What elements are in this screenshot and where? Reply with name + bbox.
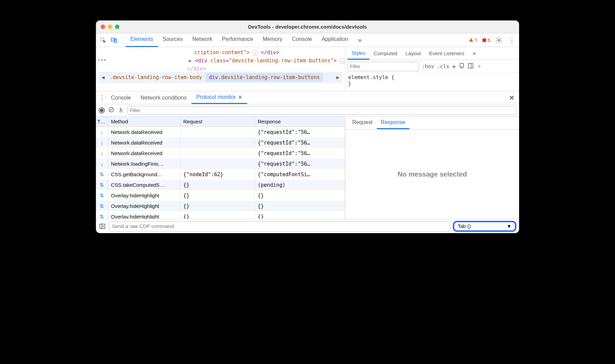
svg-line-9 (110, 108, 113, 111)
separator (122, 36, 122, 44)
cell-request (181, 162, 255, 166)
table-row[interactable]: ↓Network.loadingFinis…{"requestId":"56… (96, 158, 345, 169)
cell-request: {} (181, 180, 255, 190)
tab-elements[interactable]: Elements (126, 33, 158, 47)
settings-icon[interactable] (495, 36, 503, 45)
panel-toggle-icon[interactable] (99, 223, 106, 230)
clear-icon[interactable] (108, 107, 114, 114)
drawer-tab-protocol-monitor[interactable]: Protocol monitor ✕ (191, 92, 247, 104)
table-row[interactable]: ⇅Overlay.hideHighlight{}{} (96, 201, 345, 211)
styles-tabs-more-icon[interactable]: » (469, 47, 480, 60)
table-row[interactable]: ↓Network.dataReceived{"requestId":"56… (96, 148, 345, 158)
cls-toggle[interactable]: .cls (437, 63, 449, 70)
collapse-icon[interactable]: ⋯ (253, 50, 258, 56)
cell-response: {} (255, 201, 345, 211)
new-style-rule-icon[interactable]: + (452, 62, 456, 71)
direction-icon: ↓ (96, 148, 108, 158)
close-window-button[interactable] (101, 25, 105, 29)
hov-toggle[interactable]: :hov (422, 63, 434, 70)
tab-memory[interactable]: Memory (258, 33, 287, 47)
pm-split: T… Method Request Response ↓Network.data… (96, 117, 519, 219)
target-selector[interactable]: Tab () ▼ (453, 221, 516, 232)
save-icon[interactable] (118, 107, 124, 114)
cell-response: {"requestId":"56… (255, 127, 345, 137)
inspect-element-icon[interactable] (99, 36, 108, 45)
errors-badge[interactable]: 6 (482, 37, 490, 43)
breadcrumb-left-icon[interactable]: ◀ (100, 74, 106, 80)
table-row[interactable]: ⇅CSS.getBackground…{"nodeId":62}{"comput… (96, 169, 345, 180)
styles-tab-event-listeners[interactable]: Event Listeners (425, 48, 468, 59)
drawer-tab-network-conditions[interactable]: Network conditions (136, 92, 191, 103)
device-toolbar-icon[interactable] (110, 36, 118, 45)
cell-method: CSS.takeComputedS… (108, 180, 181, 190)
drawer-tab-console[interactable]: Console (106, 92, 136, 103)
cell-response: {} (255, 191, 345, 201)
cell-method: Network.dataReceived (108, 127, 181, 137)
table-row[interactable]: ⇅CSS.takeComputedS…{}(pending) (96, 180, 345, 190)
table-row[interactable]: ⇅Overlay.hideHighlight{}{} (96, 211, 345, 219)
svg-rect-5 (460, 63, 464, 67)
pm-table[interactable]: T… Method Request Response ↓Network.data… (96, 117, 345, 219)
drawer-kebab-icon[interactable]: ⋮ (98, 94, 106, 102)
styles-filter-input[interactable] (347, 62, 419, 71)
breadcrumb-right-icon[interactable]: ▶ (335, 74, 341, 80)
expand-triangle-icon[interactable]: ▶ (189, 58, 192, 64)
cdp-command-input[interactable] (109, 221, 450, 231)
cell-method: Overlay.hideHighlight (108, 201, 181, 211)
pm-command-bar: Tab () ▼ (96, 219, 519, 233)
minimize-window-button[interactable] (108, 25, 112, 29)
table-row[interactable]: ↓Network.dataReceived{"requestId":"56… (96, 127, 345, 137)
pm-filter-input[interactable] (127, 106, 516, 115)
flexbox-editor-icon[interactable] (459, 63, 465, 70)
breadcrumb-item-selected[interactable]: div.devsite-landing-row-item-buttons (205, 73, 323, 82)
styles-panel: Styles Computed Layout Event Listeners »… (345, 47, 519, 91)
cell-request: {} (181, 212, 255, 219)
svg-rect-6 (469, 63, 473, 68)
col-method[interactable]: Method (108, 117, 181, 126)
elements-panel[interactable]: ••• cription-content"> ⋯ </div> ▶ <div c… (96, 47, 345, 91)
tab-console[interactable]: Console (287, 33, 317, 47)
tab-sources[interactable]: Sources (158, 33, 188, 47)
styles-tab-layout[interactable]: Layout (401, 48, 425, 59)
window-title: DevTools - developer.chrome.com/docs/dev… (101, 24, 514, 30)
collapse-icon[interactable]: ⋯ (340, 59, 345, 64)
col-response[interactable]: Response (255, 117, 345, 126)
computed-sidebar-icon[interactable] (468, 63, 474, 70)
titlebar: DevTools - developer.chrome.com/docs/dev… (96, 20, 519, 33)
main-tabs: Elements Sources Network Performance Mem… (126, 33, 367, 47)
kebab-menu-icon[interactable]: ⋮ (507, 36, 516, 45)
tabs-more-icon[interactable]: » (353, 33, 366, 47)
main-toolbar: Elements Sources Network Performance Mem… (96, 33, 519, 47)
pm-detail-tab-request[interactable]: Request (348, 117, 377, 129)
direction-icon: ↓ (96, 127, 108, 137)
cell-response: {"computedFontSi… (255, 169, 345, 180)
col-request[interactable]: Request (181, 117, 255, 126)
styles-tab-computed[interactable]: Computed (370, 48, 401, 59)
errors-count: 6 (488, 37, 490, 43)
table-row[interactable]: ↓Network.dataReceived{"requestId":"56… (96, 137, 345, 148)
tab-performance[interactable]: Performance (217, 33, 258, 47)
breadcrumb-item[interactable]: .devsite-landing-row-item-body (106, 73, 205, 82)
direction-icon: ↓ (96, 159, 108, 169)
cell-request: {} (181, 191, 255, 201)
warnings-count: 5 (475, 37, 477, 43)
record-icon[interactable] (99, 107, 105, 113)
ellipsis-icon[interactable]: ••• (97, 57, 106, 63)
traffic-lights (101, 25, 119, 29)
styles-body[interactable]: element.style { } (345, 73, 519, 88)
table-row[interactable]: ⇅Overlay.hideHighlight{}{} (96, 190, 345, 201)
styles-toolbar: :hov .cls + (345, 60, 519, 73)
zoom-window-button[interactable] (115, 25, 119, 29)
warnings-badge[interactable]: 5 (469, 37, 477, 43)
drawer-close-icon[interactable]: ✕ (509, 94, 517, 102)
styles-tab-styles[interactable]: Styles (347, 47, 370, 60)
col-type[interactable]: T… (96, 117, 108, 126)
pm-detail-tab-response[interactable]: Response (377, 117, 410, 129)
elements-styles-split: ••• cription-content"> ⋯ </div> ▶ <div c… (96, 47, 519, 91)
close-tab-icon[interactable]: ✕ (238, 94, 242, 101)
cell-method: Network.dataReceived (108, 148, 181, 158)
pm-rows: ↓Network.dataReceived{"requestId":"56…↓N… (96, 127, 345, 219)
tab-application[interactable]: Application (317, 33, 353, 47)
cell-response: {} (255, 212, 345, 219)
tab-network[interactable]: Network (187, 33, 217, 47)
